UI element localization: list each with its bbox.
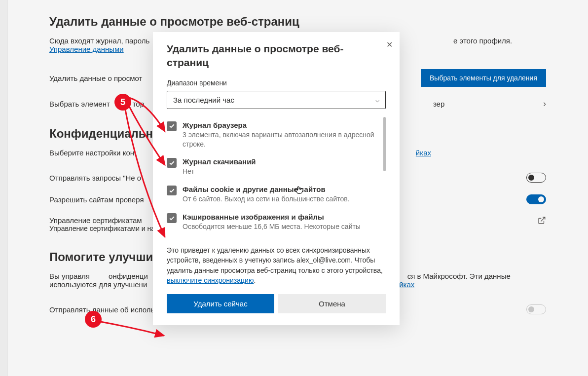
annotation-badge-6: 6: [85, 311, 102, 328]
option-cookies: Файлы cookie и другие данные сайтов От 6…: [167, 181, 377, 209]
option-cache: Кэшированные изображения и файлы Освобод…: [167, 209, 377, 236]
checkbox-cache[interactable]: [167, 213, 177, 223]
options-list: Журнал браузера 3 элемента, включая вари…: [167, 117, 386, 236]
clear-now-button[interactable]: Удалить сейчас: [167, 294, 274, 313]
time-range-label: Диапазон времени: [167, 79, 386, 87]
time-range-select[interactable]: За последний час ⌵: [167, 91, 386, 109]
checkbox-download-history[interactable]: [167, 158, 177, 168]
chevron-down-icon: ⌵: [375, 96, 379, 104]
scrollbar-thumb[interactable]: [383, 117, 386, 171]
time-range-value: За последний час: [173, 96, 234, 104]
checkbox-cookies[interactable]: [167, 186, 177, 195]
close-icon[interactable]: ✕: [386, 40, 393, 49]
cancel-button[interactable]: Отмена: [278, 294, 386, 313]
modal-title: Удалить данные о просмотре веб-страниц: [167, 42, 386, 70]
checkbox-browsing-history[interactable]: [167, 121, 177, 131]
modal-actions: Удалить сейчас Отмена: [167, 294, 386, 313]
option-download-history: Журнал скачиваний Нет: [167, 153, 377, 181]
annotation-badge-5: 5: [114, 94, 131, 111]
modal-note: Это приведет к удалению данных со всех с…: [167, 245, 386, 285]
option-browsing-history: Журнал браузера 3 элемента, включая вари…: [167, 117, 377, 154]
clear-data-modal: ✕ Удалить данные о просмотре веб-страниц…: [153, 32, 400, 325]
turn-off-sync-link[interactable]: выключите синхронизацию: [167, 276, 254, 284]
